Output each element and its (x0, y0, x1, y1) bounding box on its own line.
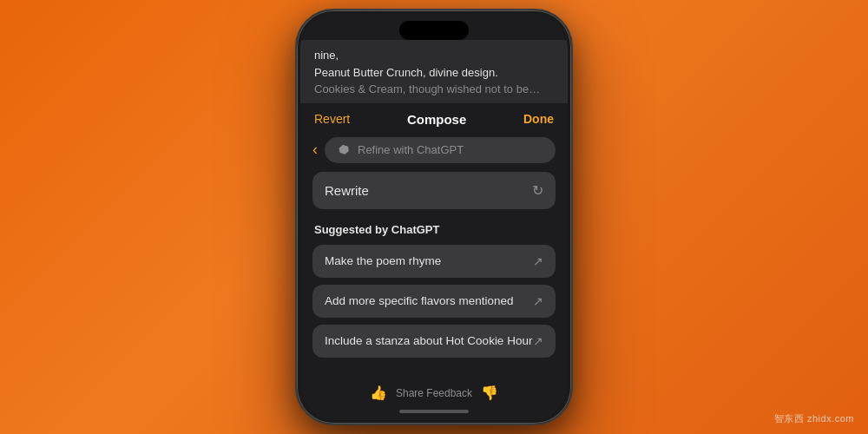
chatgpt-logo-icon (335, 142, 351, 158)
rewrite-button[interactable]: Rewrite ↻ (312, 172, 556, 209)
suggestion-text-2: Add more specific flavors mentioned (325, 294, 533, 307)
suggestion-arrow-icon-3: ↗ (533, 334, 543, 348)
suggested-heading: Suggested by ChatGPT (312, 223, 556, 236)
feedback-label[interactable]: Share Feedback (396, 387, 472, 399)
thumbs-down-icon[interactable]: 👎 (481, 385, 498, 401)
search-row: ‹ Refine with ChatGPT (300, 134, 568, 172)
feedback-bar: 👍 Share Feedback 👎 (300, 378, 568, 406)
compose-scroll[interactable]: Rewrite ↻ Suggested by ChatGPT Make the … (300, 172, 568, 378)
phone-frame: nine, Peanut Butter Crunch, divine desig… (295, 9, 573, 425)
back-chevron-icon[interactable]: ‹ (312, 141, 318, 159)
suggestion-arrow-icon-2: ↗ (533, 294, 543, 308)
poem-line-1: nine, (314, 47, 554, 64)
suggestion-text-1: Make the poem rhyme (325, 254, 533, 267)
home-indicator (399, 410, 469, 413)
phone-screen: nine, Peanut Butter Crunch, divine desig… (300, 14, 568, 420)
compose-title: Compose (407, 112, 466, 127)
compose-topbar: Revert Compose Done (300, 103, 568, 134)
thumbs-up-icon[interactable]: 👍 (370, 385, 387, 401)
watermark: 智东西 zhidx.com (774, 412, 854, 425)
compose-panel: Revert Compose Done ‹ Refine with ChatGP… (300, 103, 568, 421)
suggestion-item-1[interactable]: Make the poem rhyme ↗ (312, 245, 556, 278)
phone-wrapper: nine, Peanut Butter Crunch, divine desig… (295, 9, 573, 425)
search-input-box[interactable]: Refine with ChatGPT (325, 137, 556, 163)
dynamic-island (399, 21, 469, 40)
rewrite-label: Rewrite (325, 183, 369, 198)
suggestion-item-2[interactable]: Add more specific flavors mentioned ↗ (312, 285, 556, 318)
revert-button[interactable]: Revert (314, 112, 350, 126)
search-placeholder: Refine with ChatGPT (358, 143, 464, 156)
poem-line-2: Peanut Butter Crunch, divine design. (314, 64, 554, 82)
poem-preview: nine, Peanut Butter Crunch, divine desig… (300, 40, 568, 103)
suggestion-text-3: Include a stanza about Hot Cookie Hour (325, 334, 533, 347)
poem-line-3: Cookies & Cream, though wished not to be… (314, 81, 554, 98)
done-button[interactable]: Done (523, 112, 554, 126)
rewrite-icon: ↻ (532, 182, 543, 199)
suggestion-item-3[interactable]: Include a stanza about Hot Cookie Hour ↗ (312, 325, 556, 358)
suggestion-arrow-icon-1: ↗ (533, 254, 543, 268)
